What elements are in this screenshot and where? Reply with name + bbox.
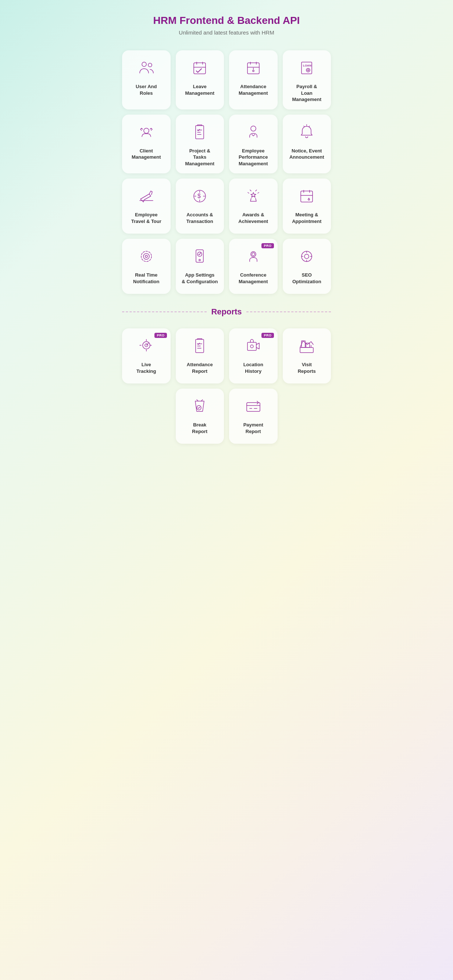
- awards-icon: [243, 186, 264, 207]
- svg-point-0: [142, 62, 146, 67]
- card-payroll-loan[interactable]: LOAN Payroll &LoanManagement: [283, 50, 331, 110]
- card-employee-performance[interactable]: EmployeePerformanceManagement: [229, 115, 278, 174]
- card-label: AttendanceManagement: [239, 83, 268, 96]
- svg-point-17: [145, 255, 147, 258]
- svg-point-4: [253, 70, 254, 72]
- card-visit-reports[interactable]: VisitReports: [283, 328, 331, 383]
- svg-rect-30: [300, 347, 313, 353]
- card-label: Real TimeNotification: [133, 272, 160, 285]
- svg-point-16: [144, 253, 149, 259]
- svg-point-21: [251, 251, 256, 257]
- reports-section-title: Reports: [211, 307, 242, 317]
- card-attendance-report[interactable]: AttendanceReport: [176, 328, 224, 383]
- page-title: HRM Frontend & Backend API: [122, 15, 331, 27]
- card-leave-management[interactable]: LeaveManagement: [176, 50, 224, 110]
- pro-badge: PRO: [262, 333, 274, 338]
- page-container: HRM Frontend & Backend API Unlimited and…: [113, 0, 340, 466]
- card-label: Notice, EventAnnouncement: [289, 148, 324, 161]
- payroll-icon: LOAN: [297, 58, 317, 78]
- card-label: PaymentReport: [243, 422, 263, 434]
- card-client-management[interactable]: ClientManagement: [122, 115, 171, 174]
- conference-icon: [243, 246, 264, 267]
- svg-rect-2: [194, 63, 206, 74]
- meeting-icon: [297, 186, 317, 207]
- page-subtitle: Unlimited and latest features with HRM: [122, 29, 331, 36]
- reports-grid-2: BreakReport PaymentReport: [122, 389, 331, 444]
- svg-rect-13: [301, 191, 313, 202]
- card-label: Payroll &LoanManagement: [292, 83, 321, 103]
- svg-point-10: [251, 126, 256, 131]
- card-label: Project &TasksManagement: [185, 148, 214, 167]
- notification-icon: [136, 246, 156, 267]
- paymentreport-icon: [243, 396, 264, 417]
- card-project-tasks[interactable]: Project &TasksManagement: [176, 115, 224, 174]
- visitreports-icon: [297, 336, 317, 356]
- notice-icon: [297, 122, 317, 143]
- card-accounts-transaction[interactable]: $ Accounts &Transaction: [176, 178, 224, 234]
- svg-point-29: [250, 345, 254, 348]
- pro-badge: PRO: [155, 333, 167, 338]
- divider-right: [246, 312, 331, 312]
- svg-rect-31: [301, 341, 305, 347]
- svg-point-24: [305, 254, 309, 259]
- svg-point-19: [199, 259, 200, 261]
- card-label: LiveTracking: [136, 361, 156, 374]
- card-label: EmployeeTravel & Tour: [131, 212, 161, 224]
- grid-row-2: ClientManagement Project &TasksManagemen…: [122, 115, 331, 174]
- card-label: EmployeePerformanceManagement: [239, 148, 268, 167]
- card-notice-event[interactable]: Notice, EventAnnouncement: [283, 115, 331, 174]
- card-live-tracking[interactable]: PRO LiveTracking: [122, 328, 171, 383]
- card-label: ClientManagement: [132, 148, 161, 161]
- card-meeting-appointment[interactable]: Meeting &Appointment: [283, 178, 331, 234]
- svg-point-15: [141, 251, 152, 261]
- project-icon: [189, 122, 210, 143]
- card-break-report[interactable]: BreakReport: [176, 389, 224, 444]
- divider-left: [122, 312, 207, 312]
- card-label: Meeting &Appointment: [292, 212, 321, 224]
- card-label: Accounts &Transaction: [187, 212, 213, 224]
- card-label: LeaveManagement: [185, 83, 214, 96]
- attendancereport-icon: [189, 336, 210, 356]
- card-seo-optimization[interactable]: SEOOptimization: [283, 239, 331, 294]
- svg-rect-34: [247, 402, 260, 411]
- svg-rect-28: [247, 342, 256, 350]
- svg-rect-18: [196, 250, 203, 262]
- card-label: ConferenceManagement: [239, 272, 268, 285]
- travel-icon: [136, 186, 156, 207]
- reports-grid-1: PRO LiveTracking AttendanceReport PRO Lo…: [122, 328, 331, 383]
- card-location-history[interactable]: PRO LocationHistory: [229, 328, 278, 383]
- card-conference-management[interactable]: PRO ConferenceManagement: [229, 239, 278, 294]
- breakreport-icon: [189, 396, 210, 417]
- card-label: App Settings& Configuration: [182, 272, 218, 285]
- card-employee-travel[interactable]: EmployeeTravel & Tour: [122, 178, 171, 234]
- attendance-icon: [243, 58, 264, 78]
- card-realtime-notification[interactable]: Real TimeNotification: [122, 239, 171, 294]
- users-icon: [136, 58, 156, 78]
- appsettings-icon: [189, 246, 210, 267]
- card-label: VisitReports: [298, 361, 316, 374]
- svg-point-1: [148, 63, 152, 67]
- card-label: LocationHistory: [243, 361, 263, 374]
- card-awards-achievement[interactable]: Awards &Achievement: [229, 178, 278, 234]
- leave-icon: [189, 58, 210, 78]
- card-label: Awards &Achievement: [238, 212, 268, 224]
- card-app-settings[interactable]: App Settings& Configuration: [176, 239, 224, 294]
- seo-icon: [297, 246, 317, 267]
- svg-point-8: [144, 128, 149, 133]
- grid-row-1: User AndRoles LeaveManagement Attendance…: [122, 50, 331, 110]
- card-payment-report[interactable]: PaymentReport: [229, 389, 278, 444]
- grid-row-3: EmployeeTravel & Tour $ Accounts &Transa…: [122, 178, 331, 234]
- card-label: User AndRoles: [136, 83, 156, 96]
- card-attendance-management[interactable]: AttendanceManagement: [229, 50, 278, 110]
- svg-text:LOAN: LOAN: [303, 64, 311, 67]
- header: HRM Frontend & Backend API Unlimited and…: [122, 15, 331, 36]
- locationhistory-icon: [243, 336, 264, 356]
- livetracking-icon: [136, 336, 156, 356]
- reports-divider: Reports: [122, 307, 331, 317]
- card-label: SEOOptimization: [292, 272, 321, 285]
- performance-icon: [243, 122, 264, 143]
- pro-badge: PRO: [262, 243, 274, 248]
- card-user-roles[interactable]: User AndRoles: [122, 50, 171, 110]
- svg-text:$: $: [198, 193, 201, 199]
- svg-point-22: [252, 253, 255, 256]
